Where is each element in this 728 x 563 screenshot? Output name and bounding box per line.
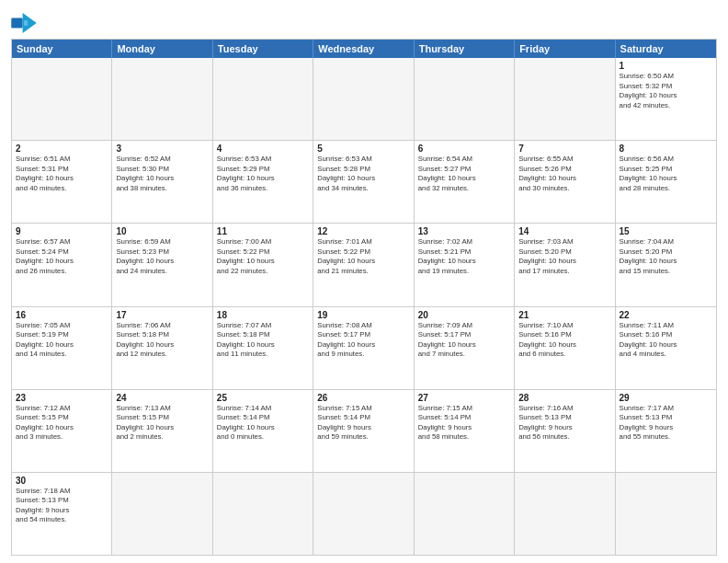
day-number: 5 bbox=[317, 144, 409, 154]
calendar-cell: 15Sunrise: 7:04 AM Sunset: 5:20 PM Dayli… bbox=[616, 224, 716, 305]
calendar-cell bbox=[616, 473, 716, 555]
calendar-cell: 14Sunrise: 7:03 AM Sunset: 5:20 PM Dayli… bbox=[515, 224, 615, 305]
calendar-cell: 25Sunrise: 7:14 AM Sunset: 5:14 PM Dayli… bbox=[213, 390, 313, 472]
calendar-cell: 9Sunrise: 6:57 AM Sunset: 5:24 PM Daylig… bbox=[12, 224, 112, 305]
calendar-cell bbox=[415, 473, 515, 555]
day-number: 30 bbox=[16, 476, 108, 486]
calendar-cell bbox=[415, 58, 515, 140]
day-number: 4 bbox=[217, 144, 309, 154]
day-number: 24 bbox=[116, 393, 208, 403]
calendar-cell: 20Sunrise: 7:09 AM Sunset: 5:17 PM Dayli… bbox=[415, 307, 515, 389]
day-number: 14 bbox=[518, 226, 610, 236]
logo bbox=[11, 13, 40, 33]
calendar-cell bbox=[313, 473, 414, 555]
day-info: Sunrise: 7:04 AM Sunset: 5:20 PM Dayligh… bbox=[620, 237, 712, 276]
calendar-row-1: 2Sunrise: 6:51 AM Sunset: 5:31 PM Daylig… bbox=[12, 140, 716, 223]
calendar-cell bbox=[213, 473, 313, 555]
calendar-cell: 13Sunrise: 7:02 AM Sunset: 5:21 PM Dayli… bbox=[415, 224, 515, 305]
weekday-header-thursday: Thursday bbox=[415, 40, 515, 58]
day-number: 8 bbox=[620, 144, 712, 154]
calendar-cell bbox=[12, 58, 112, 140]
day-info: Sunrise: 7:08 AM Sunset: 5:17 PM Dayligh… bbox=[317, 321, 409, 360]
day-number: 16 bbox=[16, 310, 108, 320]
calendar-cell: 24Sunrise: 7:13 AM Sunset: 5:15 PM Dayli… bbox=[112, 390, 212, 472]
calendar-cell: 26Sunrise: 7:15 AM Sunset: 5:14 PM Dayli… bbox=[313, 390, 414, 472]
calendar-cell: 30Sunrise: 7:18 AM Sunset: 5:13 PM Dayli… bbox=[12, 473, 112, 555]
day-number: 19 bbox=[317, 310, 409, 320]
calendar-cell bbox=[213, 58, 313, 140]
generalblue-logo-icon bbox=[11, 13, 37, 33]
calendar-row-4: 23Sunrise: 7:12 AM Sunset: 5:15 PM Dayli… bbox=[12, 389, 716, 472]
weekday-header-wednesday: Wednesday bbox=[313, 40, 414, 58]
day-info: Sunrise: 7:16 AM Sunset: 5:13 PM Dayligh… bbox=[518, 404, 610, 442]
calendar-cell: 2Sunrise: 6:51 AM Sunset: 5:31 PM Daylig… bbox=[12, 141, 112, 223]
day-number: 18 bbox=[217, 310, 309, 320]
day-number: 6 bbox=[418, 144, 510, 154]
calendar-row-2: 9Sunrise: 6:57 AM Sunset: 5:24 PM Daylig… bbox=[12, 223, 716, 305]
day-info: Sunrise: 6:59 AM Sunset: 5:23 PM Dayligh… bbox=[116, 237, 208, 276]
day-number: 21 bbox=[518, 310, 610, 320]
day-number: 11 bbox=[217, 226, 309, 236]
header bbox=[11, 9, 717, 33]
svg-rect-0 bbox=[11, 18, 22, 29]
day-number: 10 bbox=[116, 226, 208, 236]
calendar-cell: 12Sunrise: 7:01 AM Sunset: 5:22 PM Dayli… bbox=[313, 224, 414, 305]
day-number: 29 bbox=[620, 393, 712, 403]
calendar: SundayMondayTuesdayWednesdayThursdayFrid… bbox=[11, 39, 717, 556]
calendar-cell: 19Sunrise: 7:08 AM Sunset: 5:17 PM Dayli… bbox=[313, 307, 414, 389]
day-info: Sunrise: 6:53 AM Sunset: 5:28 PM Dayligh… bbox=[317, 155, 409, 193]
day-info: Sunrise: 7:06 AM Sunset: 5:18 PM Dayligh… bbox=[116, 321, 208, 360]
calendar-row-3: 16Sunrise: 7:05 AM Sunset: 5:19 PM Dayli… bbox=[12, 306, 716, 389]
calendar-cell bbox=[515, 473, 615, 555]
weekday-header-saturday: Saturday bbox=[616, 40, 716, 58]
page: SundayMondayTuesdayWednesdayThursdayFrid… bbox=[0, 0, 728, 563]
weekday-header-sunday: Sunday bbox=[12, 40, 112, 58]
day-info: Sunrise: 7:03 AM Sunset: 5:20 PM Dayligh… bbox=[518, 237, 610, 276]
day-number: 27 bbox=[418, 393, 510, 403]
calendar-cell bbox=[112, 58, 212, 140]
calendar-cell: 11Sunrise: 7:00 AM Sunset: 5:22 PM Dayli… bbox=[213, 224, 313, 305]
day-number: 23 bbox=[16, 393, 108, 403]
calendar-cell: 23Sunrise: 7:12 AM Sunset: 5:15 PM Dayli… bbox=[12, 390, 112, 472]
day-info: Sunrise: 7:09 AM Sunset: 5:17 PM Dayligh… bbox=[418, 321, 510, 360]
calendar-cell: 8Sunrise: 6:56 AM Sunset: 5:25 PM Daylig… bbox=[616, 141, 716, 223]
calendar-cell: 16Sunrise: 7:05 AM Sunset: 5:19 PM Dayli… bbox=[12, 307, 112, 389]
day-info: Sunrise: 7:05 AM Sunset: 5:19 PM Dayligh… bbox=[16, 321, 108, 360]
day-info: Sunrise: 6:57 AM Sunset: 5:24 PM Dayligh… bbox=[16, 237, 108, 276]
day-info: Sunrise: 6:54 AM Sunset: 5:27 PM Dayligh… bbox=[418, 155, 510, 193]
calendar-body: 1Sunrise: 6:50 AM Sunset: 5:32 PM Daylig… bbox=[12, 58, 716, 555]
calendar-cell bbox=[112, 473, 212, 555]
day-info: Sunrise: 6:50 AM Sunset: 5:32 PM Dayligh… bbox=[620, 72, 712, 110]
calendar-cell bbox=[313, 58, 414, 140]
weekday-header-friday: Friday bbox=[515, 40, 615, 58]
calendar-cell: 27Sunrise: 7:15 AM Sunset: 5:14 PM Dayli… bbox=[415, 390, 515, 472]
day-info: Sunrise: 7:15 AM Sunset: 5:14 PM Dayligh… bbox=[317, 404, 409, 442]
day-number: 28 bbox=[518, 393, 610, 403]
day-info: Sunrise: 6:55 AM Sunset: 5:26 PM Dayligh… bbox=[518, 155, 610, 193]
calendar-cell: 29Sunrise: 7:17 AM Sunset: 5:13 PM Dayli… bbox=[616, 390, 716, 472]
day-info: Sunrise: 7:14 AM Sunset: 5:14 PM Dayligh… bbox=[217, 404, 309, 442]
calendar-cell bbox=[515, 58, 615, 140]
calendar-cell: 10Sunrise: 6:59 AM Sunset: 5:23 PM Dayli… bbox=[112, 224, 212, 305]
day-info: Sunrise: 7:02 AM Sunset: 5:21 PM Dayligh… bbox=[418, 237, 510, 276]
day-number: 7 bbox=[518, 144, 610, 154]
day-info: Sunrise: 7:12 AM Sunset: 5:15 PM Dayligh… bbox=[16, 404, 108, 442]
day-number: 22 bbox=[620, 310, 712, 320]
day-number: 13 bbox=[418, 226, 510, 236]
calendar-cell: 22Sunrise: 7:11 AM Sunset: 5:16 PM Dayli… bbox=[616, 307, 716, 389]
calendar-cell: 1Sunrise: 6:50 AM Sunset: 5:32 PM Daylig… bbox=[616, 58, 716, 140]
day-info: Sunrise: 7:13 AM Sunset: 5:15 PM Dayligh… bbox=[116, 404, 208, 442]
day-number: 12 bbox=[317, 226, 409, 236]
day-info: Sunrise: 7:17 AM Sunset: 5:13 PM Dayligh… bbox=[620, 404, 712, 442]
calendar-cell: 6Sunrise: 6:54 AM Sunset: 5:27 PM Daylig… bbox=[415, 141, 515, 223]
calendar-cell: 4Sunrise: 6:53 AM Sunset: 5:29 PM Daylig… bbox=[213, 141, 313, 223]
day-number: 17 bbox=[116, 310, 208, 320]
day-info: Sunrise: 6:56 AM Sunset: 5:25 PM Dayligh… bbox=[620, 155, 712, 193]
day-info: Sunrise: 7:15 AM Sunset: 5:14 PM Dayligh… bbox=[418, 404, 510, 442]
day-info: Sunrise: 6:52 AM Sunset: 5:30 PM Dayligh… bbox=[116, 155, 208, 193]
calendar-cell: 5Sunrise: 6:53 AM Sunset: 5:28 PM Daylig… bbox=[313, 141, 414, 223]
day-number: 26 bbox=[317, 393, 409, 403]
day-info: Sunrise: 6:53 AM Sunset: 5:29 PM Dayligh… bbox=[217, 155, 309, 193]
calendar-row-5: 30Sunrise: 7:18 AM Sunset: 5:13 PM Dayli… bbox=[12, 472, 716, 555]
calendar-cell: 7Sunrise: 6:55 AM Sunset: 5:26 PM Daylig… bbox=[515, 141, 615, 223]
